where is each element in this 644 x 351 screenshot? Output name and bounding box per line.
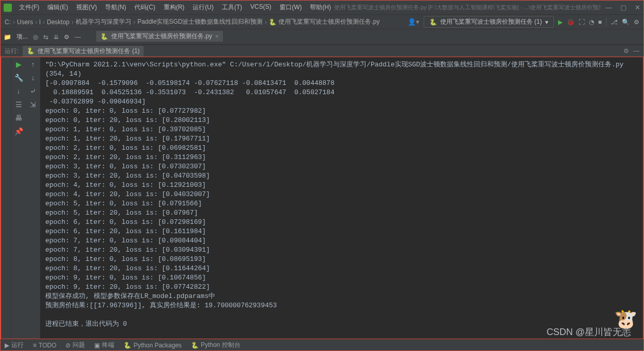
menu-edit[interactable]: 编辑(E) — [44, 2, 71, 13]
scroll-icon[interactable]: ⇲ — [30, 100, 36, 109]
layout-icon[interactable]: ☰ — [15, 100, 22, 109]
run-gear-icon[interactable]: ⚙ — [623, 47, 629, 55]
left-gutter — [1, 57, 11, 339]
settings-button[interactable]: ⚙ — [634, 19, 639, 26]
hide-icon[interactable]: — — [75, 33, 81, 41]
user-icon[interactable]: 👤▾ — [408, 18, 420, 26]
run-hide-icon[interactable]: — — [633, 47, 639, 55]
menu-view[interactable]: 视图(V) — [73, 2, 100, 13]
menu-help[interactable]: 帮助(H) — [307, 2, 334, 13]
gear-icon[interactable]: ⚙ — [64, 33, 69, 41]
breadcrumb-l[interactable]: l — [39, 19, 41, 26]
bottom-console[interactable]: 🐍 Python 控制台 — [191, 341, 240, 349]
down-icon[interactable]: ↓ — [17, 87, 21, 95]
chevron-down-icon: ▾ — [545, 19, 548, 26]
project-label[interactable]: 项... — [16, 32, 28, 41]
coverage-button[interactable]: ⛶ — [579, 19, 585, 26]
console-actions: ↑ ↓ ⤶ ⇲ — [26, 57, 40, 339]
up-arrow-icon[interactable]: ↑ — [31, 60, 35, 68]
bottom-run[interactable]: ▶ 运行 — [5, 341, 24, 349]
bottom-bar: ▶ 运行 ≡ TODO ⊘ 问题 ▣ 终端 🐍 Python Packages … — [1, 339, 643, 350]
git-button[interactable]: ⎇ — [611, 19, 618, 26]
maximize-icon[interactable]: ▢ — [620, 4, 626, 11]
breadcrumb-desktop[interactable]: Desktop — [47, 19, 69, 26]
window-title: 使用飞桨重写波士顿房价预测任务.py [F:\大数据与人工智能课程\飞桨实验] … — [334, 4, 600, 11]
menu-window[interactable]: 窗口(W) — [276, 2, 305, 13]
editor-tab[interactable]: 🐍 使用飞桨重写波士顿房价预测任务.py × — [96, 31, 223, 43]
collapse-icon[interactable]: ⇊ — [54, 33, 59, 41]
project-toolbar: 📁 项... ◎ ⇆ ⇊ ⚙ — 🐍 使用飞桨重写波士顿房价预测任务.py × — [1, 29, 643, 45]
run-tab-label: 使用飞桨重写波士顿房价预测任务 (1) — [38, 47, 140, 56]
breadcrumb-ml[interactable]: 机器学习与深度学习 — [76, 17, 131, 26]
breadcrumb-users[interactable]: Users — [17, 19, 33, 26]
bottom-packages[interactable]: 🐍 Python Packages — [124, 342, 181, 349]
debug-button[interactable]: 🐞 — [567, 19, 575, 26]
run-panel-header: 运行: 🐍 使用飞桨重写波士顿房价预测任务 (1) ⚙ — — [1, 45, 643, 57]
python-file-icon: 🐍 — [269, 19, 276, 26]
navbar: C:› Users› l› Desktop› 机器学习与深度学习› Paddle… — [1, 15, 643, 29]
wrap-icon[interactable]: ⤶ — [30, 87, 36, 95]
breadcrumb-root[interactable]: C: — [5, 19, 11, 26]
python-icon: 🐍 — [429, 19, 437, 26]
run-config-selector[interactable]: 🐍 使用飞桨重写波士顿房价预测任务 (1) ▾ — [424, 16, 554, 28]
menu-code[interactable]: 代码(C) — [131, 2, 159, 13]
menu-tools[interactable]: 工具(T) — [219, 2, 245, 13]
expand-icon[interactable]: ⇆ — [43, 33, 48, 41]
close-icon[interactable]: ✕ — [635, 4, 640, 11]
bottom-problem[interactable]: ⊘ 问题 — [65, 341, 85, 349]
stop-button[interactable]: ■ — [598, 19, 602, 26]
console-output[interactable]: "D:\PyCharm 2021.2.1\venv\Scripts\python… — [40, 57, 643, 339]
rerun-icon[interactable]: ▶ — [16, 60, 22, 68]
profile-button[interactable]: ◔ — [589, 19, 594, 26]
breadcrumb: C:› Users› l› Desktop› 机器学习与深度学习› Paddle… — [5, 17, 379, 26]
bottom-todo[interactable]: ≡ TODO — [33, 342, 56, 349]
minimize-icon[interactable]: — — [605, 4, 612, 11]
down-arrow-icon[interactable]: ↓ — [31, 74, 35, 82]
menu-run[interactable]: 运行(U) — [189, 2, 217, 13]
tab-close-icon[interactable]: × — [215, 33, 219, 40]
folder-icon[interactable]: 📁 — [4, 33, 11, 41]
target-icon[interactable]: ◎ — [33, 33, 38, 41]
titlebar: 文件(F) 编辑(E) 视图(V) 导航(N) 代码(C) 重构(R) 运行(U… — [1, 1, 643, 15]
run-actions: ▶ 🔧 ↓ ☰ 🖶 📌 — [11, 57, 26, 339]
editor-tab-label: 使用飞桨重写波士顿房价预测任务.py — [111, 32, 212, 41]
menu-refactor[interactable]: 重构(R) — [161, 2, 188, 13]
run-panel-label: 运行: — [5, 47, 19, 56]
breadcrumb-paddle[interactable]: Paddle实现SGD波士顿数据集线性回归和预测 — [137, 17, 263, 26]
menu-vcs[interactable]: VCS(S) — [247, 2, 274, 13]
run-button[interactable]: ▶ — [558, 19, 563, 26]
separator — [606, 18, 606, 26]
run-panel: ▶ 🔧 ↓ ☰ 🖶 📌 ↑ ↓ ⤶ ⇲ "D:\PyCharm 2021.2.1… — [1, 57, 643, 339]
python-file-icon: 🐍 — [100, 33, 108, 40]
print-icon[interactable]: 🖶 — [15, 114, 22, 122]
breadcrumb-file[interactable]: 使用飞桨重写波士顿房价预测任务.py — [279, 17, 379, 26]
pin-icon[interactable]: 📌 — [14, 127, 23, 135]
wrench-icon[interactable]: 🔧 — [14, 74, 23, 82]
search-button[interactable]: 🔍 — [622, 19, 630, 26]
bottom-terminal[interactable]: ▣ 终端 — [94, 341, 114, 349]
run-tab[interactable]: 🐍 使用飞桨重写波士顿房价预测任务 (1) — [23, 46, 144, 57]
python-icon: 🐍 — [27, 47, 34, 55]
run-config-label: 使用飞桨重写波士顿房价预测任务 (1) — [440, 17, 542, 26]
menubar: 文件(F) 编辑(E) 视图(V) 导航(N) 代码(C) 重构(R) 运行(U… — [16, 2, 334, 13]
app-logo-icon — [4, 4, 12, 12]
menu-file[interactable]: 文件(F) — [16, 2, 42, 13]
menu-navigate[interactable]: 导航(N) — [102, 2, 129, 13]
